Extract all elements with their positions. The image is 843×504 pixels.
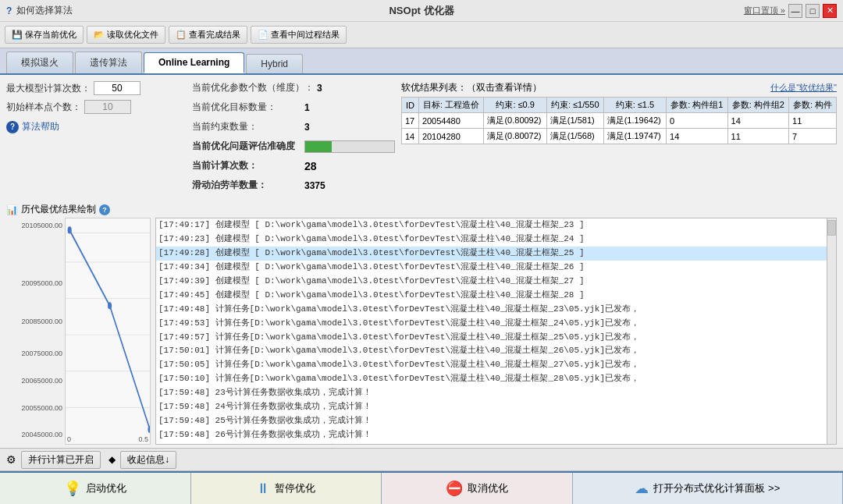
x-label-0: 0 <box>67 435 71 443</box>
table-cell: 满足(1/568) <box>546 129 603 144</box>
log-line: [17:49:23] 创建模型 [ D:\work\gama\model\3.0… <box>156 232 827 247</box>
problem-eval-label: 当前优化问题评估准确度 <box>192 140 301 153</box>
help-question-icon[interactable]: ? <box>6 5 12 16</box>
log-line: [17:49:17] 创建模型 [ D:\work\gama\model\3.0… <box>156 218 827 232</box>
log-line: [17:59:48] 27号计算任务数据收集成功，完成计算！ <box>156 442 827 444</box>
stop-icon: ⛔ <box>446 480 463 497</box>
y-label-7: 20045000.00 <box>21 431 62 438</box>
log-line: [17:50:10] 计算任务[D:\work\gama\model\3.0te… <box>156 372 827 386</box>
sliding-value: 3375 <box>304 180 325 191</box>
results-panel: 软优结果列表：（双击查看详情） 什么是"软优结果" ID 目标: 工程造价 约束… <box>401 81 837 198</box>
table-row[interactable]: 1420104280满足(0.80072)满足(1/568)满足(1.19747… <box>402 129 837 144</box>
iter-count-value: 28 <box>304 160 317 172</box>
target-count-value: 1 <box>304 102 310 113</box>
y-label-4: 20075000.00 <box>21 350 62 357</box>
sliding-label: 滑动泊劳羊数量： <box>192 179 301 192</box>
restore-button[interactable]: □ <box>806 4 820 18</box>
table-cell: 满足(0.80092) <box>484 113 546 129</box>
chart-svg-area: 0 0.5 <box>65 218 151 445</box>
y-label-6: 20055000.00 <box>21 404 62 412</box>
table-cell: 20104280 <box>418 129 484 144</box>
target-count-label: 当前优化目标数量： <box>192 101 301 114</box>
log-line: [17:49:28] 创建模型 [ D:\work\gama\model\3.0… <box>156 247 827 261</box>
tab-genetic-algorithm[interactable]: 遗传算法 <box>75 51 142 73</box>
distributed-compute-button[interactable]: ☁ 打开分布式优化计算面板 >> <box>573 473 843 504</box>
table-cell: 0 <box>667 113 728 129</box>
log-line: [17:49:48] 计算任务[D:\work\gama\model\3.0te… <box>156 303 827 317</box>
tab-hybrid[interactable]: Hybrid <box>246 54 303 73</box>
middle-panel: 当前优化参数个数（维度）： 3 当前优化目标数量： 1 当前约束数量： 3 当前… <box>192 81 395 198</box>
save-optimization-button[interactable]: 💾 保存当前优化 <box>5 26 84 44</box>
init-sample-input[interactable] <box>84 100 131 114</box>
y-label-3: 20085000.00 <box>21 318 62 325</box>
log-scrollbar[interactable] <box>827 218 836 444</box>
title-bar: ? 如何选择算法 NSOpt 优化器 窗口置顶 » — □ ✕ <box>0 0 843 22</box>
log-line: [17:59:48] 24号计算任务数据收集成功，完成计算！ <box>156 400 827 414</box>
progress-bar <box>304 140 395 153</box>
chart-title-row: 📊 历代最优结果绘制 ? <box>0 201 843 218</box>
table-cell: 满足(1/581) <box>546 113 603 129</box>
init-sample-label: 初始样本点个数： <box>6 101 81 114</box>
col-id: ID <box>402 98 419 113</box>
app-title: NSOpt 优化器 <box>389 4 454 18</box>
start-optimization-button[interactable]: 💡 启动优化 <box>0 473 191 504</box>
parallel-compute-button[interactable]: 并行计算已开启 <box>21 451 101 469</box>
results-title: 软优结果列表：（双击查看详情） <box>401 81 542 94</box>
table-cell: 17 <box>402 113 419 129</box>
diamond-icon: ◆ <box>108 454 116 465</box>
tab-online-learning[interactable]: Online Learning <box>144 52 244 73</box>
view-result-button[interactable]: 📋 查看完成结果 <box>169 26 247 44</box>
load-icon: 📂 <box>94 30 105 40</box>
log-line: [17:49:39] 创建模型 [ D:\work\gama\model\3.0… <box>156 275 827 289</box>
result-icon: 📋 <box>176 30 187 40</box>
pause-icon: ⏸ <box>256 481 270 497</box>
y-label-1: 20105000.00 <box>21 222 62 229</box>
col-target: 目标: 工程造价 <box>418 98 484 113</box>
table-cell: 11 <box>789 113 837 129</box>
load-optimization-button[interactable]: 📂 读取优化文件 <box>87 26 165 44</box>
scrollbar-thumb[interactable] <box>827 220 836 236</box>
toolbar: 💾 保存当前优化 📂 读取优化文件 📋 查看完成结果 📄 查看中间过程结果 <box>0 22 843 48</box>
param-count-value: 3 <box>317 83 322 94</box>
svg-point-7 <box>108 302 112 309</box>
chart-icon: 📊 <box>6 204 18 215</box>
log-scroll-area[interactable]: [17:49:17] 创建模型 [ D:\work\gama\model\3.0… <box>156 218 827 444</box>
close-button[interactable]: ✕ <box>823 4 837 18</box>
chart-help-icon[interactable]: ? <box>99 204 110 215</box>
constraint-count-value: 3 <box>304 122 310 133</box>
chart-title: 历代最优结果绘制 <box>21 203 96 216</box>
cloud-icon: ☁ <box>635 480 649 497</box>
collapse-info-button[interactable]: 收起信息↓ <box>120 451 176 469</box>
log-line: [17:49:53] 计算任务[D:\work\gama\model\3.0te… <box>156 317 827 331</box>
iter-count-label: 当前计算次数： <box>192 159 301 172</box>
col-constraint3: 约束: ≤1.5 <box>603 98 666 113</box>
minimize-button[interactable]: — <box>788 4 802 18</box>
gear-icon: ⚙ <box>6 453 16 466</box>
log-container: [17:49:17] 创建模型 [ D:\work\gama\model\3.0… <box>155 218 837 445</box>
left-panel: 最大模型计算次数： 初始样本点个数： ? 算法帮助 <box>6 81 186 198</box>
title-bar-left: ? 如何选择算法 <box>6 4 73 17</box>
help-circle-icon: ? <box>6 121 19 133</box>
view-process-button[interactable]: 📄 查看中间过程结果 <box>251 26 347 44</box>
y-label-5: 20065000.00 <box>21 377 62 385</box>
max-model-input[interactable] <box>94 81 140 95</box>
window-top-link[interactable]: 窗口置顶 » <box>744 5 785 16</box>
help-button[interactable]: ? 算法帮助 <box>6 120 186 133</box>
table-row[interactable]: 1720054480满足(0.80092)满足(1/581)满足(1.19642… <box>402 113 837 129</box>
log-line: [17:59:48] 23号计算任务数据收集成功，完成计算！ <box>156 386 827 400</box>
log-line: [17:49:45] 创建模型 [ D:\work\gama\model\3.0… <box>156 289 827 303</box>
progress-bar-fill <box>305 141 332 152</box>
process-icon: 📄 <box>258 30 269 40</box>
log-line: [17:50:01] 计算任务[D:\work\gama\model\3.0te… <box>156 344 827 358</box>
cancel-optimization-button[interactable]: ⛔ 取消优化 <box>382 473 573 504</box>
title-bar-right: 窗口置顶 » — □ ✕ <box>744 4 837 18</box>
table-cell: 14 <box>727 113 789 129</box>
pause-optimization-button[interactable]: ⏸ 暂停优化 <box>191 473 382 504</box>
svg-point-6 <box>68 226 72 233</box>
tab-simulated-annealing[interactable]: 模拟退火 <box>6 51 73 73</box>
what-is-results-link[interactable]: 什么是"软优结果" <box>770 82 837 94</box>
table-cell: 14 <box>667 129 728 144</box>
table-cell: 14 <box>402 129 419 144</box>
x-label-1: 0.5 <box>138 435 148 443</box>
table-cell: 满足(0.80072) <box>484 129 546 144</box>
